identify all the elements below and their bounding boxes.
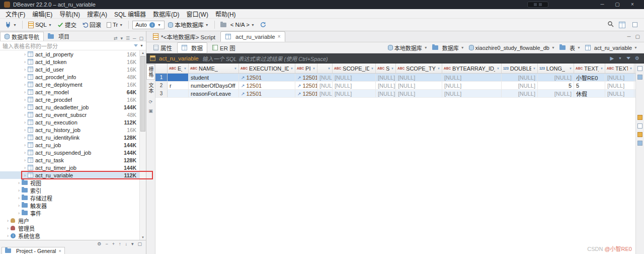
maximize-panel-icon[interactable]: ▢ bbox=[137, 241, 142, 246]
refresh-icon[interactable]: ⟳ bbox=[149, 99, 153, 104]
cell-LONG_[interactable]: [NULL] bbox=[538, 74, 574, 81]
cell-SCOPE_TYPE_[interactable]: [NULL] bbox=[396, 90, 442, 97]
cell-NAME_[interactable]: reasonForLeave bbox=[189, 90, 239, 97]
sort-filter-icon[interactable]: ▼ bbox=[391, 67, 394, 70]
close-tab-icon[interactable]: × bbox=[58, 248, 61, 253]
table-filter-input[interactable]: 输入表格名称的一部分 ▼ bbox=[0, 41, 146, 50]
maximize-panel-icon[interactable]: ▢ bbox=[139, 36, 143, 41]
metadata-panel-icon[interactable] bbox=[637, 75, 642, 80]
subtab-2[interactable]: ER 图 bbox=[208, 43, 239, 53]
column-header-SCOPE_TYPE_[interactable]: ABCSCOPE_TYPE_▼ bbox=[396, 64, 442, 73]
chevron-right-icon[interactable]: › bbox=[22, 143, 28, 148]
sort-filter-icon[interactable]: ▼ bbox=[371, 67, 374, 70]
chevron-right-icon[interactable]: › bbox=[22, 128, 28, 133]
sort-filter-icon[interactable]: ▼ bbox=[437, 67, 440, 70]
chevron-right-icon[interactable]: › bbox=[16, 196, 22, 201]
breadcrumb-item-0[interactable]: 本地数据库▼ bbox=[386, 43, 429, 52]
chevron-down-icon[interactable]: ▼ bbox=[140, 44, 143, 47]
chevron-right-icon[interactable]: › bbox=[22, 97, 28, 102]
menu-item-0[interactable]: 文件(F) bbox=[2, 10, 29, 18]
maximize-button[interactable]: ▢ bbox=[610, 0, 625, 9]
tree-item-act_re_procdef[interactable]: ›act_re_procdef16K bbox=[0, 96, 139, 103]
column-header-BYTEARRAY_ID_[interactable]: ABCBYTEARRAY_ID_▼ bbox=[442, 64, 502, 73]
tree-root-2[interactable]: ›i系统信息 bbox=[0, 232, 139, 239]
tree-item-act_ru_task[interactable]: ›act_ru_task128K bbox=[0, 156, 139, 164]
grouping-panel-icon[interactable] bbox=[637, 123, 642, 129]
references-panel-icon[interactable] bbox=[637, 132, 642, 137]
chevron-right-icon[interactable]: › bbox=[22, 52, 28, 57]
cell-E_[interactable] bbox=[168, 74, 189, 81]
tree-item-act_procdef_info[interactable]: ›act_procdef_info48K bbox=[0, 73, 139, 81]
tree-item-act_ru_event_subscr[interactable]: ›act_ru_event_subscr48K bbox=[0, 111, 139, 118]
chevron-right-icon[interactable]: › bbox=[22, 112, 28, 117]
cell-blank[interactable]: [NULL] bbox=[317, 90, 333, 97]
editor-tab-0[interactable]: *<本地数据库> Script bbox=[148, 31, 220, 42]
column-header-TEXT2_[interactable]: ABCTEXT2_▼ bbox=[605, 64, 634, 73]
cell-PI[interactable]: ↗12501 bbox=[295, 82, 317, 89]
link-editor-icon[interactable]: ⇄ bbox=[114, 36, 118, 41]
sort-filter-icon[interactable]: ▼ bbox=[533, 67, 536, 70]
breadcrumb-item-4[interactable]: act_ru_variable▼ bbox=[584, 44, 639, 51]
grid-row-3[interactable]: 3reasonForLeave↗12501↗12501[NULL][NULL][… bbox=[155, 90, 635, 98]
grid-view-icon[interactable] bbox=[619, 22, 625, 28]
cell-EXECUTION_ID_[interactable]: ↗12501 bbox=[239, 82, 295, 89]
perspective-icon[interactable] bbox=[632, 22, 637, 27]
column-header-blank[interactable]: ▼ bbox=[317, 64, 333, 73]
cell-PI[interactable]: ↗12501 bbox=[295, 74, 317, 81]
sort-filter-icon[interactable]: ▼ bbox=[328, 67, 331, 70]
commit-button[interactable]: 提交 bbox=[55, 20, 78, 29]
chevron-right-icon[interactable]: › bbox=[22, 135, 28, 140]
filter-funnel-icon[interactable] bbox=[134, 44, 138, 47]
menu-item-7[interactable]: 帮助(H) bbox=[212, 10, 239, 18]
subtab-0[interactable]: 属性 bbox=[149, 43, 176, 53]
menu-item-4[interactable]: SQL 编辑器 bbox=[111, 10, 149, 18]
chevron-right-icon[interactable]: › bbox=[22, 120, 28, 125]
tree-root-1[interactable]: ›管理员 bbox=[0, 224, 139, 232]
chevron-right-icon[interactable]: › bbox=[22, 59, 28, 65]
minimize-editor-icon[interactable]: ─ bbox=[627, 34, 630, 39]
presentation-tab-1[interactable]: 文本 bbox=[147, 81, 154, 95]
search-button[interactable] bbox=[607, 21, 614, 29]
chevron-down-icon[interactable]: ▼ bbox=[618, 56, 622, 60]
view-menu-icon[interactable]: ▾ bbox=[131, 241, 134, 246]
cell-BYTEARRAY_ID_[interactable]: [NULL] bbox=[442, 82, 502, 89]
chevron-right-icon[interactable]: › bbox=[22, 165, 28, 170]
rollback-button[interactable]: 回滚 bbox=[80, 20, 103, 29]
cell-TEXT2_[interactable]: [NULL] bbox=[605, 82, 634, 89]
new-connection-button[interactable]: ▼ bbox=[3, 21, 19, 29]
cell-S[interactable]: [NULL] bbox=[376, 74, 396, 81]
cell-NAME_[interactable]: numberOfDaysOff bbox=[189, 82, 239, 89]
sort-filter-icon[interactable]: ▼ bbox=[184, 67, 187, 70]
column-header-S[interactable]: ABCS▼ bbox=[376, 64, 396, 73]
chevron-right-icon[interactable]: › bbox=[16, 188, 22, 193]
cell-BYTEARRAY_ID_[interactable]: [NULL] bbox=[442, 74, 502, 81]
sql-editor-button[interactable]: SQL ▼ bbox=[26, 21, 54, 29]
settings-gear-icon[interactable]: ⚙ bbox=[97, 241, 101, 246]
scroll-up-icon[interactable]: ▲ bbox=[140, 50, 146, 55]
menu-item-6[interactable]: 窗口(W) bbox=[183, 10, 212, 18]
cell-DOUBLE_[interactable]: [NULL] bbox=[502, 82, 538, 89]
tree-item-act_ru_deadletter_job[interactable]: ›act_ru_deadletter_job144K bbox=[0, 103, 139, 111]
cell-blank[interactable]: [NULL] bbox=[317, 82, 333, 89]
tree-root-0[interactable]: ›用户 bbox=[0, 217, 139, 224]
menu-item-3[interactable]: 搜索(A) bbox=[84, 10, 111, 18]
column-header-SCOPE_ID_[interactable]: ABCSCOPE_ID_▼ bbox=[333, 64, 376, 73]
chevron-right-icon[interactable]: › bbox=[16, 203, 22, 208]
tree-item-act_re_deployment[interactable]: ›act_re_deployment16K bbox=[0, 81, 139, 88]
cell-TEXT2_[interactable]: [NULL] bbox=[605, 74, 634, 81]
cell-SCOPE_ID_[interactable]: [NULL] bbox=[333, 82, 376, 89]
chevron-right-icon[interactable]: › bbox=[22, 75, 28, 80]
tree-item-act_ru_execution[interactable]: ›act_ru_execution112K bbox=[0, 118, 139, 126]
grid-row-1[interactable]: 1student↗12501↗12501[NULL][NULL][NULL][N… bbox=[155, 74, 635, 82]
column-header-PI[interactable]: ABCPI▼ bbox=[295, 64, 317, 73]
tree-folder-3[interactable]: ›触发器 bbox=[0, 202, 139, 209]
sql-filter-input[interactable]: 输入一个 SQL 表达式来过滤结果 (使用 Ctrl+Space) bbox=[202, 54, 607, 62]
tree-folder-1[interactable]: ›索引 bbox=[0, 186, 139, 194]
cell-PI[interactable]: ↗12501 bbox=[295, 90, 317, 97]
chevron-right-icon[interactable]: › bbox=[5, 226, 11, 231]
minimize-button[interactable]: ─ bbox=[595, 0, 610, 9]
scrollbar-thumb[interactable] bbox=[140, 56, 145, 132]
subtab-1[interactable]: 数据 bbox=[177, 42, 207, 53]
sort-filter-icon[interactable]: ▼ bbox=[312, 67, 315, 70]
tree-item-act_id_user[interactable]: ›act_id_user16K bbox=[0, 66, 139, 73]
